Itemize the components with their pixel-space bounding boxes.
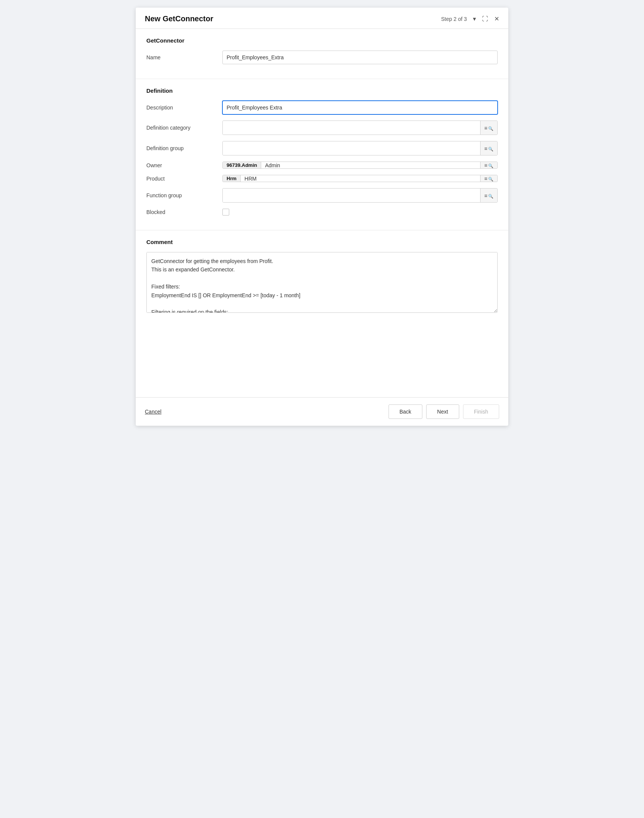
lookup-icon-2: [484, 145, 493, 152]
lookup-icon-3: [484, 162, 493, 168]
def-category-field: [222, 120, 498, 135]
def-category-input[interactable]: [223, 121, 480, 135]
def-category-label: Definition category: [146, 125, 222, 131]
comment-textarea[interactable]: GetConnector for getting the employees f…: [146, 252, 498, 313]
dialog-footer: Cancel Back Next Finish: [136, 397, 508, 426]
comment-section-title: Comment: [146, 239, 498, 245]
def-group-row: Definition group: [146, 141, 498, 155]
lookup-icon: [484, 125, 493, 131]
footer-right: Back Next Finish: [389, 404, 499, 419]
dialog: New GetConnector Step 2 of 3 GetConnecto…: [136, 8, 508, 426]
product-name: HRM: [241, 175, 480, 182]
owner-label: Owner: [146, 162, 222, 168]
function-group-lookup-btn[interactable]: [480, 189, 497, 202]
def-group-label: Definition group: [146, 145, 222, 151]
get-connector-section-title: GetConnector: [146, 37, 498, 44]
product-code: Hrm: [223, 175, 241, 182]
chevron-down-icon[interactable]: [473, 15, 476, 22]
def-group-field: [222, 141, 498, 155]
product-lookup-btn[interactable]: [480, 175, 497, 182]
product-label: Product: [146, 176, 222, 182]
expand-icon[interactable]: [482, 16, 488, 22]
def-group-input[interactable]: [223, 141, 480, 155]
blocked-field: [222, 209, 498, 216]
function-group-label: Function group: [146, 192, 222, 198]
owner-lookup-btn[interactable]: [480, 162, 497, 168]
description-row: Description: [146, 101, 498, 114]
lookup-icon-5: [484, 192, 493, 199]
function-group-row: Function group: [146, 188, 498, 203]
def-category-lookup-btn[interactable]: [480, 121, 497, 135]
footer-left: Cancel: [145, 405, 162, 419]
blocked-checkbox[interactable]: [222, 209, 229, 216]
dialog-body: GetConnector Name Definition Description…: [136, 29, 508, 397]
def-group-lookup-field: [222, 141, 498, 155]
description-input[interactable]: [222, 101, 498, 114]
def-category-row: Definition category: [146, 120, 498, 135]
get-connector-section: GetConnector Name: [136, 29, 508, 79]
step-label: Step 2 of 3: [441, 16, 467, 22]
owner-name: Admin: [261, 162, 480, 168]
name-row: Name: [146, 51, 498, 64]
def-group-lookup-btn[interactable]: [480, 141, 497, 155]
definition-section-title: Definition: [146, 87, 498, 94]
header-controls: Step 2 of 3: [441, 15, 499, 22]
next-button[interactable]: Next: [426, 404, 459, 419]
name-label: Name: [146, 54, 222, 60]
dialog-title: New GetConnector: [145, 14, 213, 23]
name-field: [222, 51, 498, 64]
owner-lookup-field: 96739.Admin Admin: [222, 162, 498, 169]
blocked-label: Blocked: [146, 209, 222, 215]
owner-code: 96739.Admin: [223, 162, 261, 168]
description-field: [222, 101, 498, 114]
product-lookup-field: Hrm HRM: [222, 175, 498, 182]
product-row: Product Hrm HRM: [146, 175, 498, 182]
close-icon[interactable]: [494, 15, 499, 22]
function-group-field: [222, 188, 498, 203]
definition-section: Definition Description Definition catego…: [136, 79, 508, 230]
description-label: Description: [146, 105, 222, 111]
comment-section: Comment GetConnector for getting the emp…: [136, 230, 508, 322]
owner-field: 96739.Admin Admin: [222, 162, 498, 169]
function-group-input[interactable]: [223, 189, 480, 202]
name-input[interactable]: [222, 51, 498, 64]
product-field: Hrm HRM: [222, 175, 498, 182]
owner-row: Owner 96739.Admin Admin: [146, 162, 498, 169]
dialog-header: New GetConnector Step 2 of 3: [136, 8, 508, 29]
cancel-button[interactable]: Cancel: [145, 405, 162, 419]
lookup-icon-4: [484, 175, 493, 182]
back-button[interactable]: Back: [389, 404, 422, 419]
def-category-lookup-field: [222, 120, 498, 135]
finish-button[interactable]: Finish: [463, 404, 499, 419]
function-group-lookup-field: [222, 188, 498, 203]
blocked-row: Blocked: [146, 209, 498, 216]
